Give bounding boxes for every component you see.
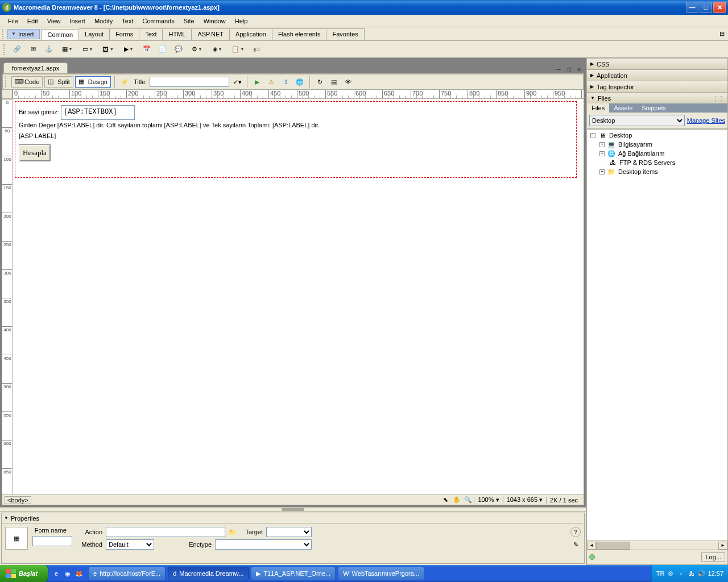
method-select[interactable]: Default — [106, 539, 154, 550]
asp-label[interactable]: [ASP:LABEL] — [164, 122, 201, 128]
taskbar-button[interactable]: ▶T11A_ASP.NET_Orne... — [251, 567, 336, 580]
css-panel-header[interactable]: ▶CSS — [586, 58, 728, 69]
menu-file[interactable]: File — [3, 16, 23, 26]
date-icon[interactable]: 📅 — [139, 43, 154, 56]
ie-icon[interactable]: e — [52, 569, 61, 578]
pointer-tool-icon[interactable]: ⬉ — [441, 496, 450, 504]
panel-divider[interactable] — [0, 507, 586, 512]
window-size[interactable]: 1043 x 665 ▾ — [503, 496, 547, 504]
file-management-icon[interactable]: ⇪ — [279, 76, 292, 88]
file-tree[interactable]: -🖥Desktop+💻Bilgisayarım+🌐Ağ Bağlantıları… — [587, 129, 727, 541]
asp-label[interactable]: [ASP:LABEL] — [19, 132, 56, 139]
no-browser-check-icon[interactable]: ✓▾ — [231, 76, 243, 88]
tree-node[interactable]: +💻Bilgisayarım — [588, 140, 726, 149]
tree-expander[interactable]: + — [599, 142, 605, 147]
insert-tab-text[interactable]: Text — [139, 28, 163, 40]
hyperlink-icon[interactable]: 🔗 — [10, 43, 24, 56]
doc-minimize-button[interactable]: — — [555, 65, 562, 73]
properties-header[interactable]: ▼Properties — [2, 513, 584, 523]
preview-browser-icon[interactable]: 🌐 — [293, 76, 306, 88]
files-panel-header[interactable]: ▼Files⋮⋮ — [586, 92, 728, 103]
menu-window[interactable]: Window — [199, 16, 230, 26]
minimize-button[interactable]: — — [686, 2, 698, 13]
insert-tab-flash[interactable]: Flash elements — [272, 28, 327, 40]
server-debug-icon[interactable]: ⚡ — [118, 76, 131, 88]
table-icon[interactable]: ▦▼ — [57, 43, 77, 56]
check-browser-icon[interactable]: ⚠ — [265, 76, 278, 88]
comment-icon[interactable]: 💬 — [171, 43, 186, 56]
insert-tab-application[interactable]: Application — [230, 28, 272, 40]
insert-options-icon[interactable]: ⊞ — [716, 30, 728, 38]
tray-expand-icon[interactable]: ‹ — [677, 569, 685, 577]
code-view-button[interactable]: ⌨Code — [11, 76, 43, 88]
insert-div-icon[interactable]: ▭▼ — [78, 43, 97, 56]
insert-tab-favorites[interactable]: Favorites — [326, 28, 364, 40]
insert-tab-common[interactable]: Common — [41, 29, 79, 40]
outlook-icon[interactable]: ◉ — [63, 569, 72, 578]
menu-modify[interactable]: Modify — [90, 16, 117, 26]
connection-status-icon[interactable] — [589, 554, 595, 560]
toolbar-grip[interactable] — [3, 44, 7, 55]
form-name-input[interactable] — [32, 536, 72, 546]
asp-textbox[interactable]: [ASP:TEXTBOX] — [61, 105, 135, 120]
quick-tag-editor-icon[interactable]: ✎ — [570, 539, 581, 550]
maximize-button[interactable]: □ — [700, 2, 712, 13]
tree-node[interactable]: +🌐Ağ Bağlantılarım — [588, 149, 726, 158]
insert-tab-aspnet[interactable]: ASP.NET — [192, 28, 230, 40]
asp-label[interactable]: [ASP:LABEL] — [57, 122, 94, 128]
hesapla-button[interactable]: Hesapla — [19, 144, 51, 161]
templates-icon[interactable]: 📋▼ — [228, 43, 247, 56]
tree-expander[interactable]: + — [599, 169, 605, 174]
manage-sites-link[interactable]: Manage Sites — [687, 117, 725, 124]
tray-volume-icon[interactable]: 🔊 — [697, 569, 705, 577]
tree-node[interactable]: +📁Desktop items — [588, 167, 726, 176]
tree-expander[interactable]: - — [590, 133, 595, 138]
application-panel-header[interactable]: ▶Application — [586, 69, 728, 81]
server-side-include-icon[interactable]: 📄 — [155, 43, 170, 56]
enctype-select[interactable] — [215, 539, 312, 550]
named-anchor-icon[interactable]: ⚓ — [42, 43, 56, 56]
script-icon[interactable]: ◈▼ — [208, 43, 227, 56]
help-icon[interactable]: ? — [570, 527, 581, 537]
tree-horizontal-scrollbar[interactable]: ◄► — [587, 541, 727, 550]
design-canvas[interactable]: Bir sayi giriniz: [ASP:TEXTBOX] Girilen … — [13, 99, 584, 494]
tray-icon[interactable]: ⚙ — [667, 569, 675, 577]
tag-chooser-icon[interactable]: 🏷 — [249, 43, 263, 56]
images-icon[interactable]: 🖼▼ — [98, 43, 118, 56]
menu-text[interactable]: Text — [117, 16, 138, 26]
toolbar-grip[interactable] — [2, 29, 6, 39]
tray-network-icon[interactable]: 🖧 — [687, 569, 695, 577]
view-options-icon[interactable]: ▤ — [328, 76, 340, 88]
tree-node[interactable]: 🖧FTP & RDS Servers — [588, 158, 726, 167]
menu-view[interactable]: View — [43, 16, 65, 26]
taskbar-button[interactable]: ehttp://localhost/ForE... — [88, 567, 166, 580]
taskbar-button[interactable]: dMacromedia Dreamw... — [168, 567, 249, 580]
hand-tool-icon[interactable]: ✋ — [452, 496, 461, 504]
language-indicator[interactable]: TR — [656, 570, 665, 577]
site-selector[interactable]: Desktop — [589, 115, 685, 126]
doc-restore-button[interactable]: ❐ — [565, 65, 573, 73]
refresh-icon[interactable]: ↻ — [313, 76, 326, 88]
log-button[interactable]: Log... — [701, 552, 725, 562]
document-tab[interactable]: fornextyaz1.aspx — [3, 63, 68, 73]
close-button[interactable]: ✕ — [713, 2, 726, 13]
validate-markup-icon[interactable]: ▶ — [251, 76, 263, 88]
zoom-level[interactable]: 100% ▾ — [474, 496, 502, 504]
head-tags-icon[interactable]: ⚙▼ — [187, 43, 206, 56]
tag-inspector-panel-header[interactable]: ▶Tag Inspector — [586, 81, 728, 92]
toolbar-grip[interactable] — [5, 76, 9, 88]
action-input[interactable] — [106, 527, 225, 537]
menu-edit[interactable]: Edit — [23, 16, 43, 26]
email-link-icon[interactable]: ✉ — [26, 43, 40, 56]
insert-tab-forms[interactable]: Forms — [110, 28, 139, 40]
firefox-icon[interactable]: 🦊 — [75, 569, 84, 578]
tree-node[interactable]: -🖥Desktop — [588, 131, 726, 140]
asp-label[interactable]: [ASP:LABEL] — [272, 122, 309, 128]
title-input[interactable] — [150, 77, 229, 87]
zoom-tool-icon[interactable]: 🔍 — [464, 496, 473, 504]
menu-insert[interactable]: Insert — [65, 16, 90, 26]
start-button[interactable]: Başlat — [0, 565, 48, 582]
menu-commands[interactable]: Commands — [138, 16, 179, 26]
files-tab-assets[interactable]: Assets — [609, 103, 637, 113]
media-icon[interactable]: ▶▼ — [119, 43, 138, 56]
